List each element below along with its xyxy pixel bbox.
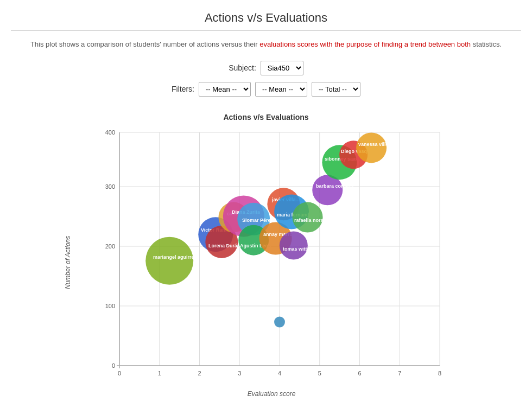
bubble-tomas xyxy=(280,231,308,259)
page-title: Actions v/s Evaluations xyxy=(11,11,521,25)
svg-text:1: 1 xyxy=(158,370,161,376)
svg-text:8: 8 xyxy=(438,370,441,376)
subject-select[interactable]: Sia450 xyxy=(261,61,303,75)
label-vanessa: vanessa villegas xyxy=(358,142,397,147)
bubble-mariangel xyxy=(145,237,193,284)
svg-text:0: 0 xyxy=(118,370,121,376)
label-siomar: Siomar Pérez xyxy=(242,218,274,223)
description: This plot shows a comparison of students… xyxy=(11,39,521,50)
svg-text:7: 7 xyxy=(398,370,401,376)
filters-row: Filters: -- Mean -- -- Mean -- -- Total … xyxy=(172,82,360,97)
label-tomas: tomas witto xyxy=(283,246,311,252)
filter1-select[interactable]: -- Mean -- xyxy=(199,82,251,97)
chart-inner: 0 100 200 300 400 0 1 2 3 4 5 6 7 8 xyxy=(73,127,470,398)
chart-container: Actions v/s Evaluations Number of Action… xyxy=(62,113,470,398)
label-rafaella: rafaella norambuena xyxy=(294,218,343,223)
svg-text:300: 300 xyxy=(105,183,115,190)
filters-label: Filters: xyxy=(172,85,194,93)
svg-text:2: 2 xyxy=(198,370,201,376)
chart-area: Number of Actions xyxy=(62,127,470,398)
y-axis-label: Number of Actions xyxy=(62,127,73,398)
svg-text:3: 3 xyxy=(238,370,241,376)
x-axis-label: Evaluation score xyxy=(73,390,470,398)
svg-text:6: 6 xyxy=(358,370,361,376)
controls-area: Subject: Sia450 Filters: -- Mean -- -- M… xyxy=(11,61,521,97)
filter2-select[interactable]: -- Mean -- xyxy=(255,82,307,97)
label-mariangel: mariangel aguirre xyxy=(153,254,194,260)
filter3-select[interactable]: -- Total -- xyxy=(312,82,360,97)
label-lorena: Lorena Durán xyxy=(208,243,240,248)
chart-svg: 0 100 200 300 400 0 1 2 3 4 5 6 7 8 xyxy=(73,127,470,387)
svg-text:200: 200 xyxy=(105,243,115,250)
bubble-vanessa xyxy=(356,132,387,163)
label-barbara: barbara cordero xyxy=(316,183,354,189)
bubble-small xyxy=(274,316,285,327)
svg-text:400: 400 xyxy=(105,129,115,136)
svg-text:4: 4 xyxy=(278,370,281,376)
svg-text:0: 0 xyxy=(112,362,115,369)
svg-text:5: 5 xyxy=(318,370,321,376)
subject-row: Subject: Sia450 xyxy=(229,61,303,75)
chart-title: Actions v/s Evaluations xyxy=(62,113,470,122)
subject-label: Subject: xyxy=(229,63,256,72)
svg-text:100: 100 xyxy=(105,303,115,309)
